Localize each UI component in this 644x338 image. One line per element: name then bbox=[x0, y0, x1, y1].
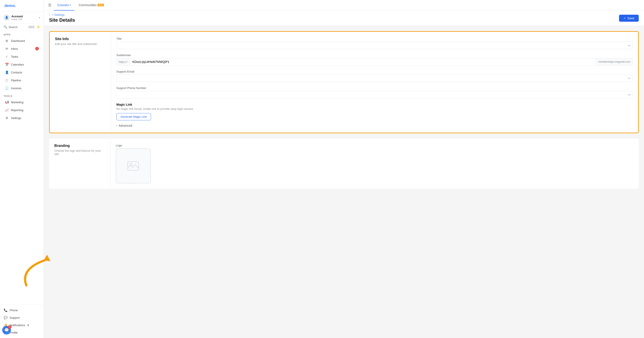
support-email-field-group: Support Email ⇔ bbox=[116, 70, 633, 82]
sidebar-item-calendars[interactable]: 📅 Calendars bbox=[1, 61, 42, 68]
phone-icon: 📞 bbox=[4, 308, 8, 312]
branding-card: Branding Choose the logo and favicon for… bbox=[49, 138, 639, 189]
dashboard-icon: ⊞ bbox=[5, 39, 9, 43]
chat-widget-button[interactable]: 💬 9 bbox=[2, 326, 11, 334]
save-label: Save bbox=[627, 16, 634, 20]
subdomain-input[interactable] bbox=[130, 58, 596, 65]
chevron-down-icon: ▾ bbox=[39, 16, 40, 19]
sidebar-item-marketing[interactable]: 📢 Marketing bbox=[1, 98, 42, 106]
bolt-icon: ⚡ bbox=[36, 25, 40, 29]
breadcrumb-chevron: ‹ bbox=[49, 13, 50, 16]
logo-text: demo. bbox=[4, 4, 16, 8]
tasks-icon: ✓ bbox=[5, 54, 9, 58]
courses-label: Courses bbox=[58, 3, 69, 7]
pipeline-icon: ⬡ bbox=[5, 78, 9, 82]
branding-title: Branding bbox=[54, 144, 105, 148]
sidebar-item-pipeline[interactable]: ⬡ Pipeline bbox=[1, 76, 42, 84]
sidebar-item-label: Phone bbox=[10, 309, 18, 312]
sidebar: demo. 👤 Account Irvine, CA ▾ 🔍 Search ct… bbox=[0, 0, 44, 338]
title-input[interactable] bbox=[116, 42, 633, 49]
sidebar-item-contacts[interactable]: 👤 Contacts bbox=[1, 68, 42, 76]
subdomain-input-row: https:// memberships.msgsndr.com bbox=[116, 58, 633, 66]
sidebar-item-reporting[interactable]: 📈 Reporting bbox=[1, 106, 42, 114]
title-field-group: Title ⇔ bbox=[116, 37, 633, 49]
sidebar-item-inbox[interactable]: ✉ Inbox 1 bbox=[1, 45, 42, 52]
content-body: Site Info Edit your site title and subdo… bbox=[44, 26, 644, 194]
subdomain-label: Subdomain bbox=[116, 54, 633, 57]
page-header: ‹ < Settings Site Details ✓ Save bbox=[44, 10, 644, 26]
title-label: Title bbox=[116, 37, 633, 40]
support-icon: 💬 bbox=[4, 316, 8, 320]
subdomain-suffix: memberships.msgsndr.com bbox=[596, 58, 632, 65]
sidebar-item-label: Tasks bbox=[11, 55, 18, 58]
notifications-badge: 9 bbox=[28, 324, 29, 327]
magic-link-section: Magic Link No magic link found, create o… bbox=[116, 103, 633, 120]
tools-section-label: Tools bbox=[0, 92, 44, 98]
sidebar-item-label: Calendars bbox=[11, 63, 24, 66]
inbox-icon: ✉ bbox=[5, 47, 9, 51]
logo-upload-area[interactable] bbox=[116, 148, 151, 184]
sidebar-item-label: Pipeline bbox=[11, 79, 21, 82]
sidebar-item-label: Support bbox=[10, 316, 20, 319]
support-email-label: Support Email bbox=[116, 70, 633, 73]
page-title: Site Details bbox=[49, 17, 75, 23]
branding-left: Branding Choose the logo and favicon for… bbox=[49, 138, 110, 189]
marketing-icon: 📢 bbox=[5, 100, 9, 104]
magic-link-title: Magic Link bbox=[116, 103, 633, 106]
subdomain-field-group: Subdomain https:// memberships.msgsndr.c… bbox=[116, 54, 633, 66]
site-info-card: Site Info Edit your site title and subdo… bbox=[49, 31, 639, 133]
check-icon: ✓ bbox=[624, 16, 626, 20]
inbox-badge: 1 bbox=[35, 47, 39, 50]
advanced-label: Advanced bbox=[118, 124, 132, 127]
contacts-icon: 👤 bbox=[5, 70, 9, 74]
avatar: 👤 bbox=[4, 14, 10, 20]
breadcrumb[interactable]: ‹ < Settings bbox=[49, 13, 75, 16]
chevron-down-icon: ▾ bbox=[70, 4, 71, 6]
main-content: ☰ Courses ▾ Communities Beta ‹ < Setting… bbox=[44, 0, 644, 338]
sidebar-item-label: Invoices bbox=[11, 86, 22, 90]
account-info: Account Irvine, CA bbox=[12, 15, 39, 20]
sidebar-item-label: Contacts bbox=[11, 71, 22, 74]
sidebar-item-settings[interactable]: ⚙ Settings bbox=[1, 114, 42, 122]
search-label: Search bbox=[8, 26, 26, 29]
sidebar-item-label: Dashboard bbox=[11, 39, 25, 42]
calendars-icon: 📅 bbox=[5, 62, 9, 66]
app-logo: demo. bbox=[0, 0, 44, 12]
sidebar-item-dashboard[interactable]: ⊞ Dashboard bbox=[1, 37, 42, 44]
support-phone-input-wrapper: ⇔ bbox=[116, 91, 633, 98]
nav-item-courses[interactable]: Courses ▾ bbox=[54, 0, 74, 10]
support-email-input[interactable] bbox=[116, 74, 633, 82]
account-name: Account bbox=[12, 15, 39, 18]
subdomain-prefix: https:// bbox=[116, 58, 130, 65]
expand-icon: ⇔ bbox=[628, 93, 631, 96]
support-email-input-wrapper: ⇔ bbox=[116, 74, 633, 82]
expand-icon: ⇔ bbox=[628, 44, 631, 47]
account-location: Irvine, CA bbox=[12, 18, 39, 20]
chevron-right-icon: › bbox=[116, 124, 117, 127]
sidebar-item-label: Reporting bbox=[11, 108, 23, 112]
logo-label: Logo bbox=[116, 144, 634, 147]
sidebar-item-phone[interactable]: 📞 Phone bbox=[0, 306, 44, 314]
sidebar-item-invoices[interactable]: 🧾 Invoices bbox=[1, 84, 42, 92]
communities-label: Communities bbox=[79, 3, 97, 7]
support-phone-input[interactable] bbox=[116, 91, 633, 98]
advanced-toggle[interactable]: › Advanced bbox=[116, 124, 633, 127]
search-bar[interactable]: 🔍 Search ctrl K ⚡ bbox=[0, 24, 44, 31]
support-phone-field-group: Support Phone Number ⇔ bbox=[116, 86, 633, 98]
sidebar-item-tasks[interactable]: ✓ Tasks bbox=[1, 53, 42, 60]
sidebar-item-label: Inbox bbox=[11, 47, 18, 50]
account-switcher[interactable]: 👤 Account Irvine, CA ▾ bbox=[0, 12, 44, 24]
chat-badge: 9 bbox=[8, 325, 12, 329]
save-button[interactable]: ✓ Save bbox=[619, 15, 639, 22]
nav-item-communities[interactable]: Communities Beta bbox=[75, 0, 108, 10]
reporting-icon: 📈 bbox=[5, 108, 9, 112]
page-content: ‹ < Settings Site Details ✓ Save Site In… bbox=[44, 10, 644, 338]
sidebar-item-support[interactable]: 💬 Support bbox=[0, 314, 44, 321]
generate-magic-link-button[interactable]: Generate Magic Link bbox=[116, 113, 151, 120]
search-icon: 🔍 bbox=[4, 25, 7, 29]
hamburger-icon[interactable]: ☰ bbox=[48, 3, 51, 7]
expand-icon: ⇔ bbox=[628, 76, 631, 80]
site-info-left: Site Info Edit your site title and subdo… bbox=[50, 32, 111, 132]
apps-section-label: Apps bbox=[0, 31, 44, 37]
breadcrumb-text: < Settings bbox=[52, 13, 64, 16]
